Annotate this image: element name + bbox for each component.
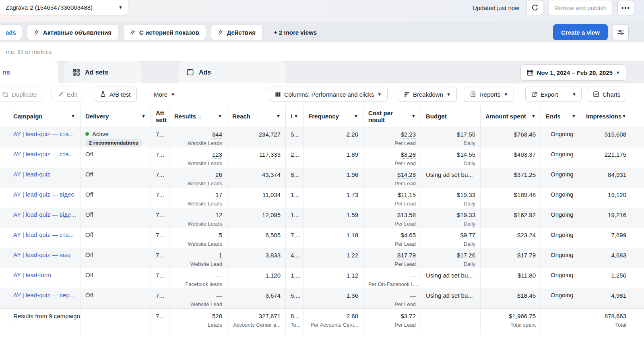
view-settings-button[interactable]: [613, 24, 629, 40]
campaign-link[interactable]: AY | lead-quiz — ста...: [13, 151, 74, 158]
column-header-views[interactable]: \▼: [286, 106, 303, 127]
column-header-attribution[interactable]: Attsett: [151, 106, 169, 127]
column-menu-icon[interactable]: ▼: [572, 114, 576, 118]
delivery-status: Off: [85, 231, 146, 238]
column-menu-icon[interactable]: ▼: [622, 114, 626, 118]
reach-value: 43,374: [262, 171, 281, 178]
results-value: 26: [215, 171, 222, 179]
campaign-link[interactable]: AY | lead-quiz — нью: [13, 251, 70, 258]
search-input[interactable]: [6, 48, 368, 55]
cell-frequency: 1.96: [303, 168, 363, 188]
campaign-link[interactable]: AY | lead-quiz — віде...: [13, 211, 76, 218]
account-selector[interactable]: Zagrava-2 (1546547336003488) ▼: [0, 0, 129, 15]
breakdown-button[interactable]: Breakdown ▼: [398, 87, 457, 102]
reports-button[interactable]: Reports ▼: [464, 87, 514, 102]
cell-reach: 117,333: [227, 147, 286, 168]
sort-descending-icon[interactable]: ↓: [198, 113, 202, 120]
table-toolbar: Duplicate Edit A/B test More ▼: [0, 83, 644, 106]
column-header-campaign[interactable]: Campaign▼: [8, 106, 80, 127]
cell-budget: $17.55Daily: [421, 127, 481, 147]
cell-budget: $17.26Daily: [421, 248, 481, 268]
reach-value: 117,333: [259, 151, 281, 158]
table-row: AY | lead-quiz — відеоOff7...17Website L…: [0, 188, 644, 208]
recommendations-badge[interactable]: 2 recommendations: [85, 139, 142, 147]
cell-campaign: AY | lead-quiz — віде...: [8, 208, 80, 228]
edit-label: Edit: [67, 91, 77, 98]
tab-ads[interactable]: Ads: [178, 61, 286, 83]
budget-value: $19.33: [457, 191, 475, 198]
views-value: 5,...: [291, 292, 301, 299]
more-button[interactable]: More ▼: [148, 87, 181, 102]
column-menu-icon[interactable]: ▼: [531, 114, 536, 118]
charts-label: Charts: [603, 91, 620, 98]
campaign-link[interactable]: AY | lead-form: [13, 272, 51, 278]
cell-campaign: AY | lead-quiz — відео: [8, 188, 80, 208]
review-publish-button[interactable]: Review and publish: [548, 0, 613, 15]
export-dropdown[interactable]: ▼: [567, 87, 581, 102]
edit-button[interactable]: Edit: [52, 87, 83, 102]
attribution-value: 7...: [156, 232, 164, 238]
column-menu-icon[interactable]: ▼: [218, 114, 222, 118]
create-view-button[interactable]: Create a view: [553, 24, 608, 40]
column-menu-icon[interactable]: ▼: [294, 114, 298, 118]
more-options-button[interactable]: •••: [617, 0, 634, 15]
column-header-delivery[interactable]: Delivery▼: [80, 106, 151, 127]
cell-frequency: 1.89: [303, 147, 363, 168]
campaign-link[interactable]: AY | lead-quiz — ста...: [13, 231, 74, 238]
tab-ad-sets-label: Ad sets: [85, 69, 108, 76]
attribution-value: 7...: [156, 131, 164, 138]
column-menu-icon[interactable]: ▼: [71, 114, 75, 118]
tab-campaigns[interactable]: ns: [0, 61, 58, 83]
campaign-link[interactable]: AY | lead-quiz: [13, 171, 50, 178]
spent-value: $23.24: [517, 232, 536, 238]
views-value: 2...: [291, 151, 299, 158]
cell-campaign: AY | lead-quiz — пер...: [8, 288, 80, 309]
summary-attribution: 7...: [151, 309, 169, 334]
cell-results: 123Website Leads: [169, 147, 227, 168]
campaign-link[interactable]: AY | lead-quiz — пер...: [13, 292, 74, 298]
ends-value: Ongoing: [551, 151, 576, 158]
delivery-status: Off: [85, 272, 146, 278]
view-pill-1[interactable]: ads: [0, 24, 22, 40]
campaign-link[interactable]: AY | lead-quiz — ста...: [13, 131, 74, 137]
more-views-button[interactable]: + 2 more views: [267, 24, 323, 40]
cost-value: —: [410, 272, 416, 279]
frequency-value: 2.20: [347, 131, 358, 138]
column-menu-icon[interactable]: ▼: [276, 114, 281, 118]
column-label: Campaign: [13, 113, 43, 120]
budget-value: $14.55: [457, 151, 475, 158]
column-header-results[interactable]: Results↓▼: [169, 106, 227, 127]
export-button[interactable]: Export: [526, 87, 564, 102]
column-header-amount-spent[interactable]: Amount spent▼: [481, 106, 541, 127]
summary-cost: $3.72Per Lead: [363, 309, 421, 334]
column-header-ends[interactable]: Ends▼: [541, 106, 581, 127]
column-menu-icon[interactable]: ▼: [354, 114, 358, 118]
flask-icon: [100, 91, 106, 97]
duplicate-button[interactable]: Duplicate: [0, 87, 43, 102]
columns-button[interactable]: Columns: Performance and clicks ▼: [269, 87, 388, 102]
column-header-frequency[interactable]: Frequency▼: [303, 106, 363, 127]
charts-icon: [593, 91, 599, 97]
date-range-button[interactable]: Nov 1, 2024 – Feb 20, 2025 ▼: [520, 64, 626, 81]
spent-value: $162.92: [514, 211, 536, 218]
column-header-cost-per-result[interactable]: Cost perresult▼: [363, 106, 421, 127]
campaign-link[interactable]: AY | lead-quiz — відео: [13, 191, 74, 198]
view-pill-2[interactable]: Активные объявления: [27, 24, 118, 40]
column-header-reach[interactable]: Reach▼: [227, 106, 286, 127]
column-header-budget[interactable]: Budget: [421, 106, 481, 127]
tab-ad-sets[interactable]: Ad sets: [64, 61, 142, 83]
ab-test-button[interactable]: A/B test: [94, 87, 137, 102]
ellipsis-icon: •••: [621, 4, 630, 11]
bolt-icon: [34, 29, 39, 35]
refresh-button[interactable]: [526, 0, 543, 15]
summary-frequency: 2.68Per Accounts Cent...: [303, 309, 363, 334]
view-pill-3[interactable]: С историей показов: [123, 24, 206, 40]
view-pill-4[interactable]: Действия: [211, 24, 262, 40]
column-menu-icon[interactable]: ▼: [141, 114, 146, 118]
column-header-impressions[interactable]: Impressions▼: [581, 106, 644, 127]
charts-button[interactable]: Charts: [587, 87, 626, 102]
cell-attribution: 7...: [151, 127, 169, 147]
budget-label: Daily: [426, 261, 475, 267]
column-menu-icon[interactable]: ▼: [411, 114, 416, 118]
cell-budget: $19.33Daily: [421, 208, 481, 228]
